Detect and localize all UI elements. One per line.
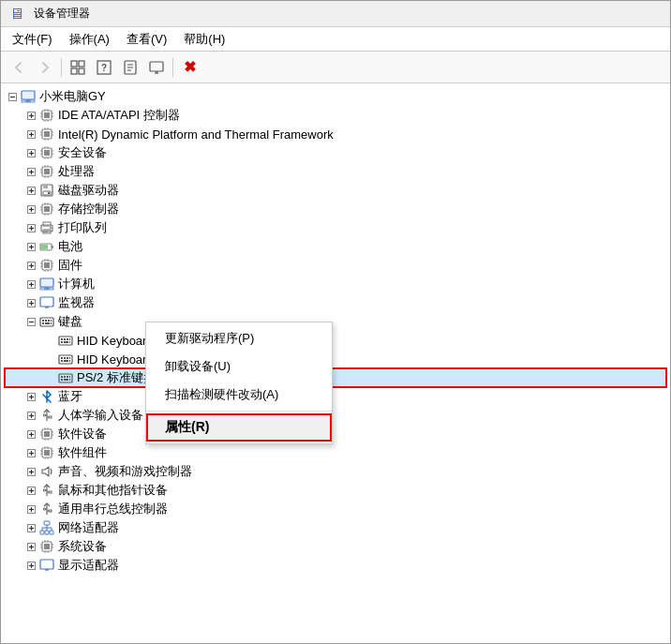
show-hide-button[interactable] <box>66 55 90 80</box>
chip-icon <box>38 126 55 142</box>
tree-node-ps2-kbd: PS/2 标准键盘 <box>5 368 666 387</box>
svg-rect-183 <box>44 431 50 437</box>
tree-item-ide[interactable]: IDE ATA/ATAPI 控制器 <box>5 106 666 125</box>
tree-item-sound-video[interactable]: 声音、视频和游戏控制器 <box>5 462 666 481</box>
context-update-driver[interactable]: 更新驱动程序(P) <box>146 324 332 352</box>
svg-rect-50 <box>44 150 50 156</box>
expand-btn-intel-platform[interactable] <box>23 127 38 142</box>
monitor-button[interactable] <box>144 55 169 80</box>
tree-label-print-queue: 打印队列 <box>58 219 107 236</box>
tree-node-print-queue: 打印队列 <box>5 218 666 237</box>
tree-item-bluetooth[interactable]: 蓝牙 <box>5 387 666 406</box>
context-uninstall-device[interactable]: 卸载设备(U) <box>146 352 332 381</box>
menu-action[interactable]: 操作(A) <box>62 29 117 50</box>
tree-node-intel-platform: Intel(R) Dynamic Platform and Thermal Fr… <box>5 125 666 143</box>
expand-btn-hid-kbd-1[interactable] <box>42 333 57 348</box>
keyboard-icon <box>57 351 74 367</box>
expand-btn-disk-drive[interactable] <box>23 183 38 198</box>
expand-btn-software-device[interactable] <box>23 427 38 442</box>
svg-rect-149 <box>61 341 63 343</box>
expand-btn-hid[interactable] <box>23 408 38 423</box>
tree-item-disk-drive[interactable]: 磁盘驱动器 <box>5 181 666 200</box>
svg-rect-124 <box>41 279 52 286</box>
tree-item-ps2-kbd[interactable]: PS/2 标准键盘 <box>5 368 666 387</box>
tree-node-sound-video: 声音、视频和游戏控制器 <box>5 462 666 481</box>
expand-btn-sound-video[interactable] <box>23 464 38 479</box>
forward-button[interactable] <box>33 55 57 80</box>
expand-btn-security[interactable] <box>23 145 38 160</box>
tree-label-bluetooth: 蓝牙 <box>58 388 82 405</box>
context-scan-changes[interactable]: 扫描检测硬件改动(A) <box>146 381 332 409</box>
tree-node-firmware: 固件 <box>5 256 666 275</box>
tree-item-software-device[interactable]: 软件设备 <box>5 425 666 443</box>
tree-item-hid[interactable]: 人体学输入设备 <box>5 406 666 425</box>
expand-btn-processor[interactable] <box>23 164 38 179</box>
expand-btn-firmware[interactable] <box>23 258 38 273</box>
expand-btn-storage[interactable] <box>23 202 38 217</box>
expand-btn-bluetooth[interactable] <box>23 389 38 404</box>
expand-btn-print-queue[interactable] <box>23 220 38 235</box>
expand-btn-software-component[interactable] <box>23 445 38 460</box>
tree-item-security[interactable]: 安全设备 <box>5 143 666 162</box>
menu-file[interactable]: 文件(F) <box>5 29 60 50</box>
svg-rect-150 <box>64 341 68 343</box>
back-button[interactable] <box>7 55 31 80</box>
tree-node-root: 小米电脑GY <box>5 87 666 106</box>
tree-item-hid-kbd-2[interactable]: HID Keyboard Device <box>5 350 666 368</box>
tree-item-software-component[interactable]: 软件组件 <box>5 443 666 462</box>
expand-btn-keyboard[interactable] <box>23 314 38 329</box>
tree-item-root[interactable]: 小米电脑GY <box>5 87 666 106</box>
uninstall-button[interactable]: ✖ <box>177 55 201 80</box>
expand-btn-system[interactable] <box>23 539 38 554</box>
tree-item-monitor[interactable]: 监视器 <box>5 293 666 312</box>
tree-item-keyboard[interactable]: 键盘 <box>5 312 666 331</box>
tree-item-network[interactable]: 网络适配器 <box>5 518 666 537</box>
tree-item-com-lpt[interactable]: 通用串行总线控制器 <box>5 500 666 518</box>
svg-rect-165 <box>61 379 63 381</box>
tree-node-com-lpt: 通用串行总线控制器 <box>5 500 666 518</box>
tree-node-bluetooth: 蓝牙 <box>5 387 666 406</box>
tree-item-battery[interactable]: 电池 <box>5 237 666 256</box>
tree-item-storage[interactable]: 存储控制器 <box>5 200 666 218</box>
help-button[interactable]: ? <box>92 55 116 80</box>
tree-node-mouse: 鼠标和其他指针设备 <box>5 481 666 500</box>
tree-node-computer: 计算机 <box>5 275 666 293</box>
svg-rect-175 <box>49 416 52 418</box>
tree-label-mouse: 鼠标和其他指针设备 <box>58 482 168 499</box>
expand-btn-mouse[interactable] <box>23 483 38 498</box>
expand-btn-com-lpt[interactable] <box>23 502 38 517</box>
tree-item-processor[interactable]: 处理器 <box>5 162 666 181</box>
svg-rect-163 <box>67 376 68 378</box>
tree-node-processor: 处理器 <box>5 162 666 181</box>
expand-btn-computer[interactable] <box>23 277 38 292</box>
chip-icon <box>38 426 55 442</box>
tree-label-software-device: 软件设备 <box>58 426 107 442</box>
svg-rect-155 <box>67 357 68 359</box>
tree-item-mouse[interactable]: 鼠标和其他指针设备 <box>5 481 666 500</box>
expand-btn-hid-kbd-2[interactable] <box>42 352 57 367</box>
properties-button[interactable] <box>118 55 142 80</box>
context-properties[interactable]: 属性(R) <box>146 413 332 442</box>
expand-btn-monitor[interactable] <box>23 295 38 310</box>
keyboard-icon <box>57 332 74 349</box>
menu-view[interactable]: 查看(V) <box>119 29 174 50</box>
tree-item-display[interactable]: 显示适配器 <box>5 556 666 575</box>
tree-item-print-queue[interactable]: 打印队列 <box>5 218 666 237</box>
expand-btn-display[interactable] <box>23 558 38 573</box>
expand-btn-ps2-kbd[interactable] <box>42 370 57 385</box>
tree-node-security: 安全设备 <box>5 143 666 162</box>
menu-help[interactable]: 帮助(H) <box>176 29 232 50</box>
tree-item-system[interactable]: 系统设备 <box>5 537 666 556</box>
tree-item-hid-kbd-1[interactable]: HID Keyboard Device <box>5 331 666 350</box>
tree-item-firmware[interactable]: 固件 <box>5 256 666 275</box>
tree-item-computer[interactable]: 计算机 <box>5 275 666 293</box>
tree-item-intel-platform[interactable]: Intel(R) Dynamic Platform and Thermal Fr… <box>5 125 666 143</box>
expand-btn-ide[interactable] <box>23 108 38 123</box>
svg-rect-78 <box>43 186 48 188</box>
expand-btn-network[interactable] <box>23 520 38 535</box>
tree-label-disk-drive: 磁盘驱动器 <box>58 182 119 199</box>
expand-btn-root[interactable] <box>5 89 20 104</box>
expand-btn-battery[interactable] <box>23 239 38 254</box>
tree-label-security: 安全设备 <box>58 144 107 161</box>
svg-text:?: ? <box>101 63 107 73</box>
